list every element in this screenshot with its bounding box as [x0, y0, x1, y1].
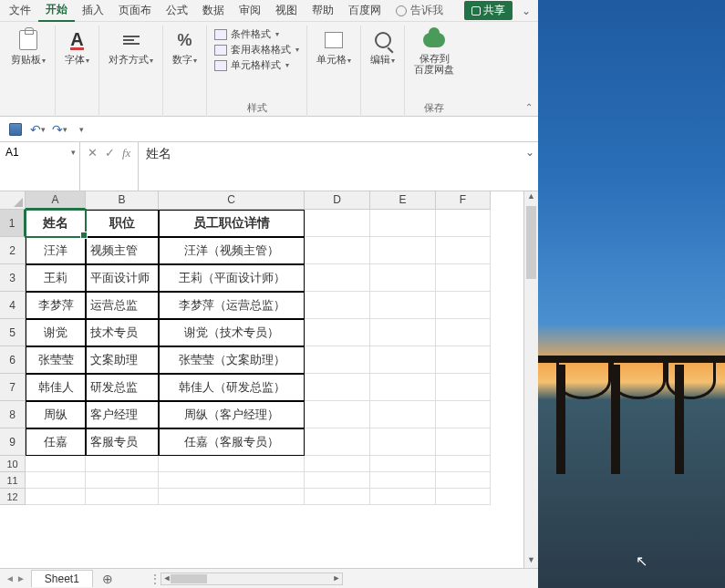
cell-D1[interactable] [305, 210, 370, 237]
cell-A2[interactable]: 汪洋 [26, 237, 86, 264]
cell-F1[interactable] [436, 210, 491, 237]
cells-area[interactable]: 姓名 职位 员工职位详情 汪洋视频主管汪洋（视频主管） 王莉平面设计师王莉（平面… [26, 210, 491, 505]
name-box-dropdown-icon[interactable]: ▾ [71, 148, 76, 157]
cell-A8[interactable]: 周纵 [26, 401, 86, 428]
cell-C6[interactable]: 张莹莹（文案助理） [159, 346, 305, 374]
select-all-button[interactable] [0, 191, 26, 210]
vertical-scrollbar[interactable]: ▲ ▼ [523, 191, 538, 568]
number-button[interactable]: % 数字▾ [169, 27, 201, 68]
cell-C3[interactable]: 王莉（平面设计师） [159, 264, 305, 292]
cell-B3[interactable]: 平面设计师 [86, 264, 159, 292]
save-baidu-button[interactable]: 保存到百度网盘 [410, 27, 458, 77]
rowhead-5[interactable]: 5 [0, 319, 26, 346]
rowhead-9[interactable]: 9 [0, 428, 26, 456]
add-sheet-button[interactable]: ⊕ [93, 572, 122, 586]
ribbon: 剪贴板▾ 剪贴板 A 字体▾ . 对齐方式▾ . % 数字▾ . [0, 22, 538, 117]
qat-undo-button[interactable]: ↶▾ [29, 121, 46, 138]
cell-B9[interactable]: 客服专员 [86, 428, 159, 456]
cell-C8[interactable]: 周纵（客户经理） [159, 401, 305, 428]
colhead-E[interactable]: E [370, 191, 436, 210]
menu-view[interactable]: 视图 [268, 0, 305, 21]
clipboard-button[interactable]: 剪贴板▾ [7, 27, 49, 68]
menu-baidu[interactable]: 百度网 [341, 0, 388, 21]
cell-A5[interactable]: 谢觉 [26, 319, 86, 346]
cells-button[interactable]: 单元格▾ [313, 27, 355, 68]
name-box[interactable]: ▾ [0, 142, 80, 191]
colhead-F[interactable]: F [436, 191, 491, 210]
percent-icon: % [177, 31, 192, 50]
rowhead-10[interactable]: 10 [0, 456, 26, 472]
tell-me-search[interactable]: 告诉我 [388, 3, 451, 18]
vscroll-thumb[interactable] [526, 206, 536, 279]
cell-A3[interactable]: 王莉 [26, 264, 86, 292]
rowhead-3[interactable]: 3 [0, 264, 26, 292]
rowhead-7[interactable]: 7 [0, 374, 26, 401]
rowhead-12[interactable]: 12 [0, 489, 26, 505]
rowhead-6[interactable]: 6 [0, 346, 26, 374]
menu-help[interactable]: 帮助 [305, 0, 341, 21]
cell-C2[interactable]: 汪洋（视频主管） [159, 237, 305, 264]
cell-B1[interactable]: 职位 [86, 210, 159, 237]
cell-B6[interactable]: 文案助理 [86, 346, 159, 374]
qat-customize[interactable]: ▾ [73, 121, 89, 138]
cell-B5[interactable]: 技术专员 [86, 319, 159, 346]
menu-formulas[interactable]: 公式 [159, 0, 195, 21]
menu-pagelayout[interactable]: 页面布 [111, 0, 159, 21]
formula-bar-expand[interactable]: ⌄ [522, 142, 538, 191]
menu-review[interactable]: 审阅 [232, 0, 268, 21]
hscroll-thumb[interactable] [171, 574, 207, 583]
formula-confirm-button[interactable]: ✓ [105, 146, 115, 160]
menu-data[interactable]: 数据 [195, 0, 232, 21]
rowhead-11[interactable]: 11 [0, 472, 26, 489]
cell-B4[interactable]: 运营总监 [86, 292, 159, 319]
horizontal-scrollbar[interactable]: ◄ ► [161, 573, 343, 585]
cell-A7[interactable]: 韩佳人 [26, 374, 86, 401]
rowhead-4[interactable]: 4 [0, 292, 26, 319]
cell-C5[interactable]: 谢觉（技术专员） [159, 319, 305, 346]
colhead-D[interactable]: D [305, 191, 370, 210]
cell-style-icon [214, 60, 227, 71]
sheet-nav[interactable]: ◄► [0, 573, 31, 583]
cell-E1[interactable] [370, 210, 436, 237]
insert-function-button[interactable]: fx [122, 146, 130, 160]
cell-styles-button[interactable]: 单元格样式▾ [214, 58, 289, 72]
menu-home[interactable]: 开始 [38, 0, 75, 22]
name-box-input[interactable] [5, 146, 60, 159]
cell-A9[interactable]: 任嘉 [26, 428, 86, 456]
scroll-right-icon[interactable]: ► [331, 573, 342, 584]
qat-redo-button[interactable]: ↷▾ [51, 121, 67, 138]
conditional-format-button[interactable]: 条件格式▾ [214, 27, 279, 41]
cell-C4[interactable]: 李梦萍（运营总监） [159, 292, 305, 319]
colhead-C[interactable]: C [159, 191, 305, 210]
formula-cancel-button[interactable]: ✕ [88, 146, 98, 160]
qat-save-button[interactable] [7, 121, 24, 138]
formula-input[interactable]: 姓名 [139, 142, 522, 191]
scroll-down-icon[interactable]: ▼ [524, 555, 538, 568]
font-button[interactable]: A 字体▾ [61, 27, 93, 68]
edit-button[interactable]: 编辑▾ [367, 27, 399, 68]
cell-B2[interactable]: 视频主管 [86, 237, 159, 264]
cell-B8[interactable]: 客户经理 [86, 401, 159, 428]
alignment-button[interactable]: 对齐方式▾ [105, 27, 157, 68]
cell-A6[interactable]: 张莹莹 [26, 346, 86, 374]
scroll-up-icon[interactable]: ▲ [524, 191, 538, 204]
ribbon-collapse-toggle[interactable]: ⌄ [516, 5, 536, 17]
rowhead-1[interactable]: 1 [0, 210, 26, 237]
rowhead-8[interactable]: 8 [0, 401, 26, 428]
colhead-A[interactable]: A [26, 191, 86, 210]
share-button[interactable]: 共享 [464, 1, 513, 20]
cell-C7[interactable]: 韩佳人（研发总监） [159, 374, 305, 401]
group-font: A 字体▾ . [56, 26, 99, 117]
cell-C9[interactable]: 任嘉（客服专员） [159, 428, 305, 456]
rowhead-2[interactable]: 2 [0, 237, 26, 264]
table-format-button[interactable]: 套用表格格式▾ [214, 43, 299, 57]
ribbon-collapse-icon[interactable]: ⌃ [525, 102, 533, 112]
menu-file[interactable]: 文件 [2, 0, 38, 21]
sheet-tab-1[interactable]: Sheet1 [31, 570, 93, 587]
cell-C1[interactable]: 员工职位详情 [159, 210, 305, 237]
colhead-B[interactable]: B [86, 191, 159, 210]
cell-A4[interactable]: 李梦萍 [26, 292, 86, 319]
menu-insert[interactable]: 插入 [75, 0, 111, 21]
cell-A1[interactable]: 姓名 [26, 210, 86, 237]
cell-B7[interactable]: 研发总监 [86, 374, 159, 401]
